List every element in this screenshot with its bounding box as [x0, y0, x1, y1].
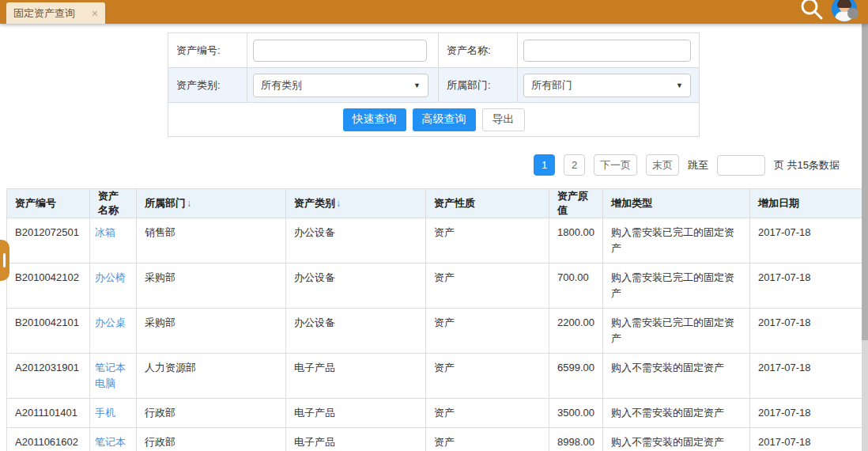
top-bar: 固定资产查询 × [0, 0, 868, 24]
form-button-row: 快速查询 高级查询 导出 [168, 103, 699, 136]
cell-col-1: 笔记本电脑 [90, 428, 137, 451]
column-header-0: 资产编号 [7, 189, 90, 218]
jump-page-input[interactable] [717, 155, 765, 176]
quick-query-button[interactable]: 快速查询 [343, 108, 406, 131]
column-header-1: 资产名称 [90, 189, 137, 218]
asset-name-field-cell [518, 33, 699, 68]
chevron-down-icon: ▼ [413, 81, 421, 89]
table-row: A2011101401手机行政部电子产品资产3500.00购入不需安装的固定资产… [7, 399, 862, 428]
cell-col-0: A2012031901 [7, 354, 90, 399]
asset-name-link[interactable]: 办公桌 [95, 316, 126, 328]
cell-col-3: 办公设备 [286, 263, 426, 309]
table-body: B2012072501冰箱销售部办公设备资产1800.00购入需安装已完工的固定… [7, 218, 862, 451]
cell-col-5: 700.00 [549, 263, 603, 309]
asset-query-form: 资产编号: 资产名称: 资产类别: 所有类别 ▼ 所属部门: 所有部门 ▼ 快速… [168, 32, 700, 137]
cell-col-4: 资产 [426, 428, 549, 451]
asset-number-label: 资产编号: [168, 44, 221, 58]
cell-col-7: 2017-07-18 [750, 309, 862, 354]
search-icon[interactable] [797, 0, 825, 24]
cell-col-2: 采购部 [137, 263, 286, 309]
drawer-handle-bar-icon [3, 253, 6, 267]
last-page-button[interactable]: 末页 [646, 154, 679, 176]
cell-col-3: 电子产品 [286, 428, 426, 451]
cell-col-7: 2017-07-18 [750, 354, 862, 399]
column-header-label: 所属部门 [145, 197, 186, 209]
table-header-row: 资产编号资产名称所属部门↓资产类别↓资产性质资产原值增加类型增加日期 [7, 189, 862, 218]
column-header-label: 资产名称 [98, 190, 119, 216]
department-field-cell: 所有部门 ▼ [518, 68, 699, 103]
cell-col-5: 8998.00 [549, 428, 603, 451]
pagination: 1 2 下一页 末页 跳至 页 共15条数据 [534, 154, 840, 176]
asset-name-link[interactable]: 办公椅 [95, 271, 126, 283]
cell-col-0: B2012072501 [7, 218, 90, 263]
cell-col-0: A2011061602 [7, 428, 90, 451]
sort-desc-icon[interactable]: ↓ [336, 198, 341, 209]
asset-category-label: 资产类别: [168, 78, 221, 93]
column-header-label: 资产性质 [434, 197, 475, 209]
asset-name-link[interactable]: 笔记本电脑 [95, 436, 126, 451]
cell-col-6: 购入不需安装的固定资产 [603, 354, 750, 399]
table-row: A2011061602笔记本电脑行政部电子产品资产8998.00购入不需安装的固… [7, 428, 862, 451]
cell-col-5: 1800.00 [549, 218, 603, 263]
department-label-cell: 所属部门: [439, 68, 518, 103]
tab-close-icon[interactable]: × [92, 8, 98, 19]
cell-col-3: 办公设备 [286, 309, 426, 354]
vertical-scrollbar-thumb[interactable] [862, 24, 868, 340]
cell-col-6: 购入需安装已完工的固定资产 [603, 263, 750, 309]
cell-col-3: 电子产品 [286, 399, 426, 428]
asset-name-link[interactable]: 手机 [95, 407, 115, 419]
sort-desc-icon[interactable]: ↓ [187, 198, 191, 209]
column-header-label: 资产原值 [557, 190, 588, 216]
asset-category-select[interactable]: 所有类别 ▼ [253, 74, 428, 97]
cell-col-1: 办公桌 [90, 309, 137, 354]
column-header-2[interactable]: 所属部门↓ [137, 189, 286, 218]
drawer-toggle-handle[interactable] [0, 240, 9, 281]
asset-name-input[interactable] [523, 40, 691, 62]
column-header-6: 增加类型 [603, 189, 750, 218]
column-header-3[interactable]: 资产类别↓ [286, 189, 426, 218]
cell-col-5: 2200.00 [549, 309, 603, 354]
cell-col-2: 人力资源部 [137, 354, 286, 399]
cell-col-4: 资产 [426, 309, 549, 354]
advanced-query-button[interactable]: 高级查询 [413, 108, 476, 131]
cell-col-2: 采购部 [137, 309, 286, 354]
next-page-button[interactable]: 下一页 [594, 154, 637, 176]
cell-col-1: 笔记本电脑 [90, 354, 137, 399]
tab-fixed-asset-query[interactable]: 固定资产查询 × [6, 2, 105, 24]
cell-col-1: 手机 [90, 399, 137, 428]
export-button[interactable]: 导出 [482, 108, 525, 131]
asset-name-link[interactable]: 笔记本电脑 [95, 362, 126, 389]
table-row: B2010042101办公桌采购部办公设备资产2200.00购入需安装已完工的固… [7, 309, 862, 354]
column-header-label: 增加日期 [758, 197, 799, 209]
asset-name-label-cell: 资产名称: [439, 33, 518, 68]
cell-col-5: 6599.00 [549, 354, 603, 399]
department-select[interactable]: 所有部门 ▼ [523, 74, 691, 97]
record-count-label: 页 共15条数据 [774, 158, 840, 172]
asset-number-input[interactable] [253, 40, 427, 62]
asset-table: 资产编号资产名称所属部门↓资产类别↓资产性质资产原值增加类型增加日期 B2012… [6, 188, 862, 451]
cell-col-7: 2017-07-18 [750, 218, 862, 263]
tab-label: 固定资产查询 [13, 6, 75, 21]
cell-col-4: 资产 [426, 354, 549, 399]
cell-col-1: 冰箱 [90, 218, 137, 263]
column-header-label: 资产编号 [15, 197, 56, 209]
page-button-1[interactable]: 1 [534, 154, 555, 176]
cell-col-6: 购入不需安装的固定资产 [603, 399, 750, 428]
column-header-7: 增加日期 [750, 189, 862, 218]
page-button-2[interactable]: 2 [564, 154, 585, 176]
table-row: B2010042102办公椅采购部办公设备资产700.00购入需安装已完工的固定… [7, 263, 862, 309]
asset-number-label-cell: 资产编号: [168, 33, 247, 68]
avatar-status-dot [847, 8, 859, 19]
cell-col-3: 电子产品 [286, 354, 426, 399]
cell-col-7: 2017-07-18 [750, 428, 862, 451]
cell-col-0: B2010042101 [7, 309, 90, 354]
column-header-label: 增加类型 [611, 197, 652, 209]
department-label: 所属部门: [439, 78, 491, 93]
avatar-hair [837, 0, 851, 8]
cell-col-0: A2011101401 [7, 399, 90, 428]
department-value: 所有部门 [531, 78, 572, 93]
asset-name-link[interactable]: 冰箱 [95, 226, 115, 238]
cell-col-7: 2017-07-18 [750, 263, 862, 309]
vertical-scrollbar-track[interactable] [862, 24, 868, 451]
cell-col-6: 购入需安装已完工的固定资产 [603, 309, 750, 354]
